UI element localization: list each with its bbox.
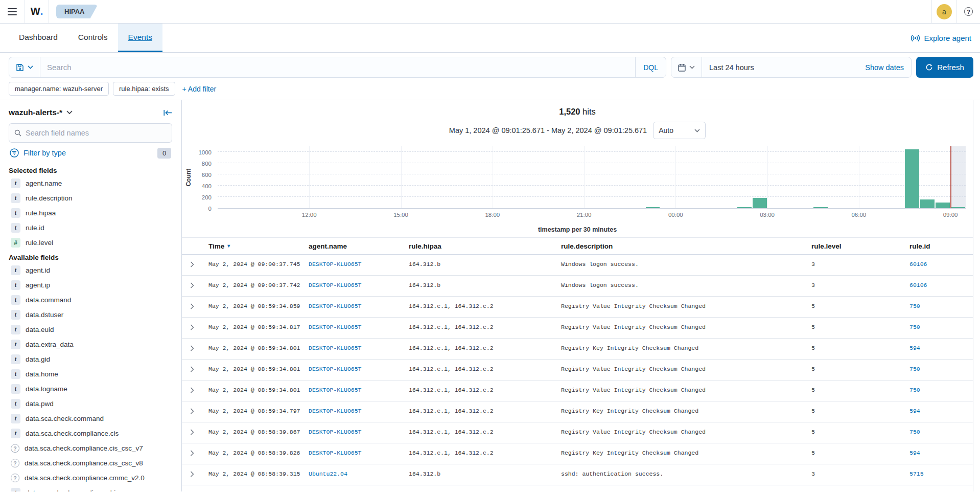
field-item[interactable]: t data.sca.check.command: [9, 411, 172, 426]
expand-row-button[interactable]: [182, 318, 204, 330]
date-quick-menu-button[interactable]: [671, 57, 702, 77]
cell-rule-id[interactable]: 594: [905, 443, 973, 456]
histogram-bar[interactable]: [753, 198, 767, 208]
add-filter-button[interactable]: + Add filter: [182, 82, 217, 96]
cell-agent-name[interactable]: Ubuntu22.04: [305, 464, 405, 477]
show-dates-button[interactable]: Show dates: [858, 63, 911, 72]
field-item[interactable]: t data.command: [9, 293, 172, 307]
cell-agent-name[interactable]: DESKTOP-KLUO65T: [305, 422, 405, 435]
column-header[interactable]: rule.hipaa ▼: [405, 242, 557, 250]
expand-row-button[interactable]: [182, 422, 204, 435]
breadcrumb[interactable]: HIPAA: [56, 5, 98, 18]
histogram-bar[interactable]: [813, 207, 828, 208]
field-item[interactable]: t data.logname: [9, 382, 172, 396]
expand-row-button[interactable]: [182, 401, 204, 414]
field-search-input[interactable]: [26, 129, 167, 137]
field-item[interactable]: t agent.id: [9, 263, 172, 278]
time-range-value[interactable]: Last 24 hours: [702, 63, 858, 72]
menu-button[interactable]: [0, 0, 25, 23]
expand-row-button[interactable]: [182, 276, 204, 288]
cell-agent-name[interactable]: DESKTOP-KLUO65T: [305, 276, 405, 288]
cell-agent-name[interactable]: DESKTOP-KLUO65T: [305, 381, 405, 393]
column-header[interactable]: agent.name ▼: [305, 242, 405, 250]
field-item[interactable]: t data.sca.check.compliance.hipaa: [9, 485, 172, 491]
field-item[interactable]: t rule.id: [9, 220, 172, 235]
cell-agent-name[interactable]: DESKTOP-KLUO65T: [305, 339, 405, 351]
filter-pill[interactable]: rule.hipaa: exists: [113, 82, 175, 96]
histogram-bar[interactable]: [951, 207, 965, 208]
column-header[interactable]: rule.description ▼: [557, 242, 807, 250]
cell-agent-name[interactable]: DESKTOP-KLUO65T: [305, 443, 405, 456]
expand-row-button[interactable]: [182, 464, 204, 477]
field-item[interactable]: ? data.sca.check.compliance.cis_csc_v7: [9, 441, 172, 456]
column-header[interactable]: rule.id ▼: [905, 242, 973, 250]
field-item[interactable]: t data.extra_data: [9, 337, 172, 352]
histogram-bar[interactable]: [920, 199, 935, 208]
histogram-bar[interactable]: [646, 207, 660, 208]
expand-row-button[interactable]: [182, 255, 204, 267]
histogram-bar[interactable]: [737, 207, 752, 208]
cell-agent-name[interactable]: Ubuntu22.04: [305, 485, 405, 491]
index-pattern-title[interactable]: wazuh-alerts-*: [9, 108, 62, 117]
field-item[interactable]: ? data.sca.check.compliance.cmmc_v2.0: [9, 471, 172, 485]
expand-row-button[interactable]: [182, 485, 204, 491]
saved-query-menu-button[interactable]: [9, 57, 40, 77]
module-tab[interactable]: Controls: [68, 24, 118, 52]
search-input[interactable]: [40, 63, 635, 72]
collapse-sidebar-button[interactable]: [164, 109, 172, 116]
field-item[interactable]: t data.sca.check.compliance.cis: [9, 426, 172, 441]
expand-row-button[interactable]: [182, 339, 204, 351]
expand-row-button[interactable]: [182, 360, 204, 372]
field-item[interactable]: # rule.level: [9, 235, 172, 250]
cell-agent-name[interactable]: DESKTOP-KLUO65T: [305, 297, 405, 309]
help-button[interactable]: ?: [957, 0, 980, 23]
column-header[interactable]: rule.level ▼: [807, 242, 905, 250]
cell-agent-name[interactable]: DESKTOP-KLUO65T: [305, 360, 405, 372]
field-item[interactable]: t agent.name: [9, 176, 172, 191]
refresh-button[interactable]: Refresh: [916, 57, 973, 78]
histogram-range-text: May 1, 2024 @ 09:01:25.671 - May 2, 2024…: [449, 126, 647, 135]
cell-rule-id[interactable]: 5715: [905, 464, 973, 477]
field-item[interactable]: t data.gid: [9, 352, 172, 367]
field-item[interactable]: t rule.description: [9, 191, 172, 206]
field-item[interactable]: t rule.hipaa: [9, 206, 172, 220]
query-language-button[interactable]: DQL: [635, 57, 666, 77]
filter-pill[interactable]: manager.name: wazuh-server: [9, 82, 109, 96]
x-axis-title: timestamp per 30 minutes: [182, 226, 973, 233]
expand-row-button[interactable]: [182, 297, 204, 309]
cell-rule-id[interactable]: 750: [905, 422, 973, 435]
cell-rule-id[interactable]: 594: [905, 339, 973, 351]
cell-rule-id[interactable]: 594: [905, 401, 973, 414]
cell-rule-id[interactable]: 5501: [905, 485, 973, 491]
cell-rule-id[interactable]: 750: [905, 381, 973, 393]
cell-rule-id[interactable]: 750: [905, 318, 973, 330]
chevron-down-icon[interactable]: [66, 110, 73, 115]
avatar[interactable]: a: [937, 4, 952, 19]
histogram-bar[interactable]: [905, 149, 919, 209]
cell-rule-id[interactable]: 750: [905, 297, 973, 309]
explore-agent-link[interactable]: Explore agent: [911, 24, 971, 52]
expand-row-button[interactable]: [182, 443, 204, 456]
field-item[interactable]: t agent.ip: [9, 278, 172, 293]
cell-rule-id[interactable]: 60106: [905, 255, 973, 267]
field-item[interactable]: t data.euid: [9, 322, 172, 337]
field-type-icon: t: [11, 208, 20, 218]
field-item[interactable]: t data.home: [9, 367, 172, 382]
wazuh-logo[interactable]: W.: [25, 0, 49, 23]
field-item[interactable]: ? data.sca.check.compliance.cis_csc_v8: [9, 456, 172, 471]
cell-rule-id[interactable]: 60106: [905, 276, 973, 288]
field-item[interactable]: t data.dstuser: [9, 307, 172, 322]
column-header[interactable]: Time ▼: [204, 242, 305, 250]
cell-agent-name[interactable]: DESKTOP-KLUO65T: [305, 318, 405, 330]
module-tab[interactable]: Dashboard: [9, 24, 68, 52]
field-item[interactable]: t data.pwd: [9, 396, 172, 411]
cell-agent-name[interactable]: DESKTOP-KLUO65T: [305, 255, 405, 267]
filter-by-type-button[interactable]: Filter by type: [24, 149, 66, 157]
cell-rule-id[interactable]: 750: [905, 360, 973, 372]
expand-row-button[interactable]: [182, 381, 204, 393]
interval-select[interactable]: Auto: [653, 122, 706, 139]
field-type-icon: t: [11, 429, 20, 438]
cell-agent-name[interactable]: DESKTOP-KLUO65T: [305, 401, 405, 414]
module-tab[interactable]: Events: [118, 24, 162, 52]
histogram-bar[interactable]: [936, 203, 950, 208]
